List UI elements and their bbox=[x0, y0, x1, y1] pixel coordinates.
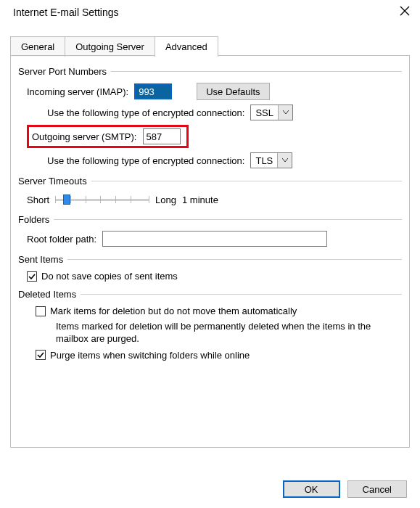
purge-items-label: Purge items when switching folders while… bbox=[50, 350, 250, 361]
timeout-value: 1 minute bbox=[182, 194, 218, 205]
group-folders: Folders Root folder path: bbox=[18, 214, 402, 247]
timeout-long-label: Long bbox=[155, 194, 176, 205]
outgoing-server-port-input[interactable] bbox=[143, 128, 181, 144]
titlebar: Internet E-mail Settings bbox=[0, 0, 420, 22]
outgoing-encryption-select[interactable]: TLS bbox=[250, 152, 292, 168]
group-server-port-numbers: Server Port Numbers Incoming server (IMA… bbox=[18, 66, 402, 168]
mark-for-deletion-checkbox[interactable]: Mark items for deletion but do not move … bbox=[36, 306, 297, 316]
group-title: Server Port Numbers bbox=[18, 66, 107, 77]
chevron-down-icon bbox=[278, 105, 292, 120]
close-icon[interactable] bbox=[400, 6, 410, 18]
email-settings-window: Internet E-mail Settings General Outgoin… bbox=[0, 0, 420, 508]
dialog-button-bar: OK Cancel bbox=[283, 480, 407, 498]
incoming-server-label: Incoming server (IMAP): bbox=[27, 86, 128, 97]
group-sent-items: Sent Items Do not save copies of sent it… bbox=[18, 254, 402, 282]
group-title: Deleted Items bbox=[18, 289, 76, 300]
use-defaults-button[interactable]: Use Defaults bbox=[197, 83, 269, 100]
tab-advanced[interactable]: Advanced bbox=[155, 36, 218, 57]
tab-outgoing-server[interactable]: Outgoing Server bbox=[65, 36, 155, 57]
mark-for-deletion-label: Mark items for deletion but do not move … bbox=[50, 306, 297, 316]
group-deleted-items: Deleted Items Mark items for deletion bu… bbox=[18, 289, 402, 361]
deletion-note: Items marked for deletion will be perman… bbox=[56, 321, 390, 345]
cancel-button[interactable]: Cancel bbox=[347, 480, 407, 498]
tabstrip: General Outgoing Server Advanced bbox=[10, 36, 410, 56]
timeout-slider[interactable] bbox=[55, 192, 149, 207]
group-title: Folders bbox=[18, 214, 49, 225]
root-folder-label: Root folder path: bbox=[27, 234, 96, 245]
incoming-server-port-input[interactable] bbox=[134, 83, 172, 99]
outgoing-server-label: Outgoing server (SMTP): bbox=[32, 131, 137, 142]
window-title: Internet E-mail Settings bbox=[13, 7, 119, 18]
tab-content-advanced: Server Port Numbers Incoming server (IMA… bbox=[10, 56, 410, 448]
outgoing-encryption-label: Use the following type of encrypted conn… bbox=[47, 155, 244, 166]
outgoing-server-highlight: Outgoing server (SMTP): bbox=[27, 125, 189, 148]
incoming-encryption-label: Use the following type of encrypted conn… bbox=[47, 107, 244, 118]
group-title: Server Timeouts bbox=[18, 176, 87, 187]
timeout-short-label: Short bbox=[27, 194, 49, 205]
ok-button[interactable]: OK bbox=[283, 480, 340, 498]
root-folder-path-input[interactable] bbox=[102, 231, 327, 247]
tab-general[interactable]: General bbox=[10, 36, 65, 57]
incoming-encryption-select[interactable]: SSL bbox=[250, 105, 293, 120]
group-server-timeouts: Server Timeouts Short Long 1 minute bbox=[18, 176, 402, 207]
dont-save-copies-label: Do not save copies of sent items bbox=[41, 271, 178, 282]
purge-items-checkbox[interactable]: Purge items when switching folders while… bbox=[36, 350, 250, 361]
chevron-down-icon bbox=[277, 153, 292, 168]
group-title: Sent Items bbox=[18, 254, 63, 265]
dont-save-copies-checkbox[interactable]: Do not save copies of sent items bbox=[27, 271, 178, 282]
